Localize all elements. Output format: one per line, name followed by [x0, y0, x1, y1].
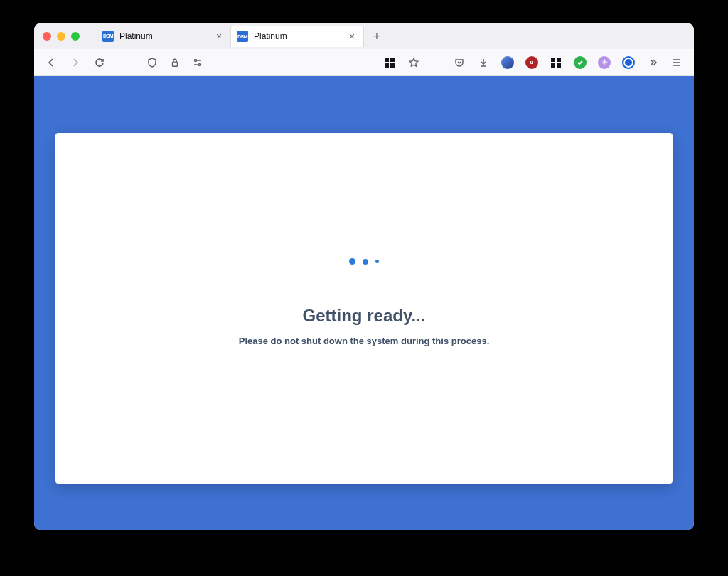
- svg-rect-0: [173, 62, 178, 66]
- tab-title: Platinum: [119, 31, 213, 41]
- extension-snowflake-icon[interactable]: ✳: [594, 53, 614, 73]
- new-tab-button[interactable]: +: [367, 26, 387, 46]
- dot-icon: [349, 258, 355, 265]
- extension-check-icon[interactable]: [570, 53, 590, 73]
- qr-icon[interactable]: [380, 53, 400, 73]
- dot-icon: [375, 260, 379, 263]
- svg-point-1: [195, 59, 197, 61]
- tab-bar: DSM Platinum × DSM Platinum × +: [34, 23, 694, 49]
- url-bar-icons: [142, 53, 208, 73]
- extension-icon-1[interactable]: [498, 53, 518, 73]
- loading-heading: Getting ready...: [303, 306, 426, 326]
- lock-icon[interactable]: [165, 53, 185, 73]
- loading-subtext: Please do not shut down the system durin…: [239, 336, 490, 346]
- loading-spinner-icon: [349, 258, 379, 265]
- forward-button[interactable]: [65, 53, 85, 73]
- tab-favicon-icon: DSM: [237, 31, 248, 42]
- window-controls: [43, 32, 80, 41]
- svg-point-2: [199, 63, 201, 65]
- tab-close-button[interactable]: ×: [213, 31, 225, 42]
- downloads-icon[interactable]: [473, 53, 493, 73]
- tab-platinum-2[interactable]: DSM Platinum ×: [230, 26, 364, 47]
- reload-button[interactable]: [90, 53, 109, 73]
- window-maximize-button[interactable]: [71, 32, 80, 41]
- back-button[interactable]: [41, 53, 61, 73]
- tab-favicon-icon: DSM: [102, 31, 114, 42]
- tabs: DSM Platinum × DSM Platinum × +: [97, 23, 387, 49]
- pocket-icon[interactable]: [449, 53, 469, 73]
- nav-toolbar: u ✳: [34, 49, 694, 76]
- extension-apps-icon[interactable]: [546, 53, 566, 73]
- tab-title: Platinum: [254, 31, 346, 41]
- tab-close-button[interactable]: ×: [346, 31, 358, 42]
- extension-ublock-icon[interactable]: u: [522, 53, 542, 73]
- window-minimize-button[interactable]: [57, 32, 65, 41]
- dot-icon: [363, 259, 368, 265]
- loading-card: Getting ready... Please do not shut down…: [55, 133, 673, 484]
- extension-1password-icon[interactable]: [619, 53, 638, 73]
- browser-window: DSM Platinum × DSM Platinum × +: [34, 23, 694, 530]
- overflow-icon[interactable]: [643, 53, 663, 73]
- page-content: Getting ready... Please do not shut down…: [34, 76, 694, 530]
- menu-icon[interactable]: [667, 53, 687, 73]
- shield-icon[interactable]: [142, 53, 162, 73]
- tab-platinum-1[interactable]: DSM Platinum ×: [97, 26, 230, 47]
- bookmark-star-icon[interactable]: [404, 53, 424, 73]
- permissions-icon[interactable]: [188, 53, 208, 73]
- window-close-button[interactable]: [43, 32, 51, 41]
